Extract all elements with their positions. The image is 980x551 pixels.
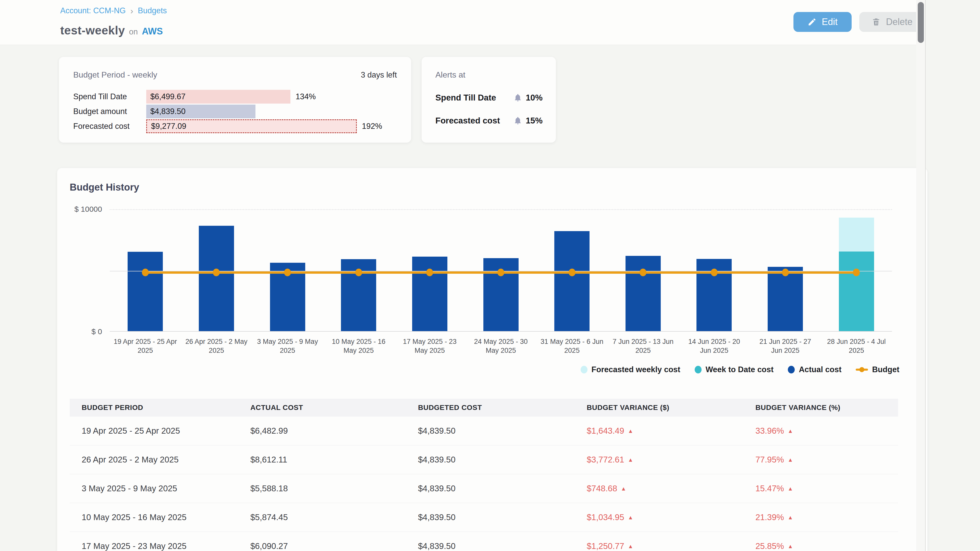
- table-header-cell: BUDGET PERIOD: [70, 403, 239, 412]
- page-scrollbar-thumb[interactable]: [918, 2, 924, 43]
- budget-period-row: Spend Till Date$6,499.67134%: [73, 89, 397, 104]
- budget-period-bar-track: $6,499.67134%: [146, 90, 357, 103]
- variance-up-arrow-icon: ▲: [788, 486, 793, 492]
- cell-budget-variance-pct: 21.39%▲: [743, 513, 898, 522]
- bar-actual-cost[interactable]: [127, 252, 163, 331]
- cell-budgeted-cost: $4,839.50: [406, 455, 575, 465]
- cell-budget-period: 10 May 2025 - 16 May 2025: [70, 513, 239, 522]
- budget-period-bar-value: $6,499.67: [146, 92, 186, 101]
- budget-line-marker[interactable]: [142, 268, 149, 276]
- breadcrumb-budgets-link[interactable]: Budgets: [138, 6, 167, 15]
- x-axis-label: 21 Jun 2025 - 27 Jun 2025: [753, 337, 817, 355]
- legend-dot-icon: [788, 366, 795, 373]
- variance-up-arrow-icon: ▲: [788, 543, 793, 549]
- legend-label: Actual cost: [799, 365, 842, 374]
- budget-line-marker[interactable]: [853, 268, 860, 276]
- bar-week-to-date-cost[interactable]: [839, 251, 874, 331]
- legend-item[interactable]: Budget: [856, 365, 899, 374]
- x-axis-label: 14 Jun 2025 - 20 Jun 2025: [682, 337, 746, 355]
- legend-label: Budget: [872, 365, 899, 374]
- budget-line-marker[interactable]: [213, 268, 220, 276]
- budget-period-row-label: Budget amount: [73, 107, 146, 116]
- page-scrollbar-track[interactable]: [916, 0, 926, 551]
- x-axis-label: 10 May 2025 - 16 May 2025: [327, 337, 390, 355]
- variance-up-arrow-icon: ▲: [628, 514, 633, 521]
- variance-up-arrow-icon: ▲: [628, 457, 633, 463]
- budget-line-marker[interactable]: [355, 268, 362, 276]
- bar-actual-cost[interactable]: [768, 267, 803, 331]
- alert-threshold-value: 15%: [526, 116, 542, 125]
- legend-item[interactable]: Forecasted weekly cost: [581, 365, 680, 374]
- budget-line-marker[interactable]: [711, 268, 718, 276]
- legend-line-icon: [856, 368, 868, 371]
- budget-period-bar-budget: $4,839.50: [146, 105, 256, 118]
- legend-item[interactable]: Week to Date cost: [695, 365, 773, 374]
- table-row[interactable]: 26 Apr 2025 - 2 May 2025$8,612.11$4,839.…: [70, 445, 898, 474]
- cell-budgeted-cost: $4,839.50: [406, 426, 575, 436]
- cell-budget-variance-pct: 77.95%▲: [743, 455, 898, 465]
- delete-button[interactable]: Delete: [859, 12, 925, 32]
- budget-period-row: Budget amount$4,839.50: [73, 104, 397, 119]
- table-header-cell: BUDGET VARIANCE (%): [743, 403, 898, 412]
- budget-line-marker[interactable]: [782, 268, 789, 276]
- edit-button[interactable]: Edit: [794, 12, 852, 32]
- cell-budget-period: 19 Apr 2025 - 25 Apr 2025: [70, 426, 239, 436]
- x-axis-label: 17 May 2025 - 23 May 2025: [398, 337, 462, 355]
- alert-row: Forecasted cost15%: [435, 116, 542, 125]
- budget-period-bar-track: $9,277.09192%: [146, 119, 357, 133]
- budget-period-bar-value: $9,277.09: [147, 122, 186, 131]
- alert-row-value-group: 10%: [514, 93, 542, 103]
- bar-actual-cost[interactable]: [412, 257, 447, 331]
- budget-period-bar-value: $4,839.50: [146, 107, 186, 116]
- budget-line-marker[interactable]: [426, 268, 433, 276]
- cell-budget-variance-pct: 33.96%▲: [743, 426, 898, 436]
- bell-icon: [514, 116, 522, 125]
- cell-budget-variance-pct: 25.85%▲: [743, 541, 898, 551]
- budget-line-marker[interactable]: [569, 268, 576, 276]
- alert-row-value-group: 15%: [514, 116, 542, 125]
- bar-actual-cost[interactable]: [625, 256, 661, 331]
- cell-actual-cost: $8,612.11: [239, 455, 406, 465]
- budget-line-marker[interactable]: [284, 268, 291, 276]
- budget-line-marker[interactable]: [497, 268, 504, 276]
- breadcrumb-account-link[interactable]: Account: CCM-NG: [60, 6, 126, 15]
- trash-icon: [872, 17, 881, 27]
- x-axis-label: 19 Apr 2025 - 25 Apr 2025: [113, 337, 177, 355]
- cell-actual-cost: $6,482.99: [239, 426, 406, 436]
- variance-up-arrow-icon: ▲: [788, 457, 793, 463]
- cell-budget-variance-usd: $1,034.95▲: [575, 513, 743, 522]
- cell-budget-variance-usd: $1,643.49▲: [575, 426, 743, 436]
- y-axis-max-label: $ 10000: [57, 205, 102, 213]
- table-row[interactable]: 19 Apr 2025 - 25 Apr 2025$6,482.99$4,839…: [70, 416, 898, 445]
- x-axis-label: 24 May 2025 - 30 May 2025: [469, 337, 533, 355]
- variance-up-arrow-icon: ▲: [788, 428, 793, 434]
- budget-period-bar-forecast: $9,277.09: [146, 119, 357, 133]
- cell-budget-period: 3 May 2025 - 9 May 2025: [70, 484, 239, 493]
- budget-line-marker[interactable]: [640, 268, 646, 276]
- table-row[interactable]: 17 May 2025 - 23 May 2025$6,090.27$4,839…: [70, 532, 898, 551]
- pencil-icon: [808, 17, 817, 27]
- budget-period-bar-spend: $6,499.67: [146, 90, 290, 103]
- cell-budgeted-cost: $4,839.50: [406, 484, 575, 493]
- bar-actual-cost[interactable]: [554, 231, 590, 331]
- legend-dot-icon: [695, 366, 702, 373]
- table-row[interactable]: 10 May 2025 - 16 May 2025$5,874.45$4,839…: [70, 503, 898, 532]
- budget-period-percent: 134%: [296, 92, 316, 101]
- table-row[interactable]: 3 May 2025 - 9 May 2025$5,588.18$4,839.5…: [70, 474, 898, 503]
- page-header: Account: CCM-NG › Budgets test-weekly on…: [0, 0, 926, 45]
- budget-period-row-label: Spend Till Date: [73, 92, 146, 101]
- page-title: test-weekly: [60, 24, 125, 37]
- cell-actual-cost: $5,874.45: [239, 513, 406, 522]
- budget-history-chart[interactable]: [110, 209, 892, 332]
- legend-item[interactable]: Actual cost: [788, 365, 842, 374]
- chevron-right-icon: ›: [130, 7, 133, 15]
- cell-budgeted-cost: $4,839.50: [406, 541, 575, 551]
- budget-period-percent: 192%: [362, 122, 382, 131]
- breadcrumb: Account: CCM-NG › Budgets: [60, 6, 167, 15]
- days-left-label: 3 days left: [361, 70, 397, 79]
- cell-actual-cost: $6,090.27: [239, 541, 406, 551]
- table-header-cell: BUDGET VARIANCE ($): [575, 403, 743, 412]
- bar-actual-cost[interactable]: [199, 226, 234, 331]
- gridline-10000: [110, 209, 892, 210]
- budget-period-row-label: Forecasted cost: [73, 122, 146, 131]
